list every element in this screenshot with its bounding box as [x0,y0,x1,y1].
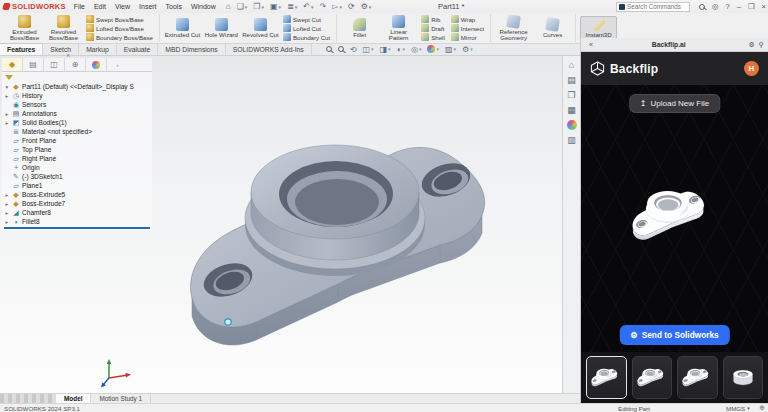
close-button[interactable]: × [762,2,766,11]
help-icon[interactable]: ? [726,2,730,11]
menu-insert[interactable]: Insert [139,3,157,10]
tree-item-solid-bodies[interactable]: ▸◩Solid Bodies(1) [2,118,152,127]
shell-button[interactable]: Shell [419,33,447,41]
tree-item-boss-extrude7[interactable]: ▸◆Boss-Extrude7 [2,199,152,208]
avatar[interactable]: H [744,61,759,76]
menu-view[interactable]: View [115,3,130,10]
tab-sketch[interactable]: Sketch [43,43,79,55]
reference-geometry-button[interactable]: Reference Geometry [495,14,532,43]
lofted-boss-base-button[interactable]: Lofted Boss/Base [84,24,155,32]
filter-icon[interactable] [5,75,13,80]
tree-item-fillet8[interactable]: ▸◗Fillet8 [2,217,152,226]
tree-item-3dsketch1[interactable]: ✎(-) 3DSketch1 [2,172,152,181]
edit-appearance-icon[interactable]: ▾ [427,45,439,53]
design-library-icon[interactable]: ▤ [567,75,576,85]
menu-tools[interactable]: Tools [166,3,182,10]
lofted-cut-button[interactable]: Lofted Cut [281,24,332,32]
thumbnail-view-4[interactable] [723,356,764,399]
wrap-button[interactable]: Wrap [449,15,486,23]
upload-new-file-button[interactable]: ↥ Upload New File [629,94,720,113]
tree-item-origin[interactable]: +Origin [2,163,152,172]
section-view-icon[interactable]: ◫▾ [362,45,373,54]
swept-boss-base-button[interactable]: Swept Boss/Base [84,15,155,23]
boundary-cut-button[interactable]: Boundary Cut [281,33,332,41]
open-icon[interactable]: ❐▾ [253,2,264,11]
tree-item-boss-extrude5[interactable]: ▸◆Boss-Extrude5 [2,190,152,199]
panel-settings-icon[interactable]: ⚙ [749,41,755,49]
thumbnail-view-1[interactable] [586,356,627,399]
tree-item-right-plane[interactable]: ▱Right Plane [2,154,152,163]
extruded-boss-base-button[interactable]: Extruded Boss/Base [6,14,43,43]
zoom-to-fit-icon[interactable] [326,46,332,52]
panel-pin-icon[interactable]: ⚲ [759,41,764,49]
menu-window[interactable]: Window [191,3,216,10]
apply-scene-icon[interactable]: ▨▾ [445,45,456,54]
tags-icon[interactable]: ⊕ [759,404,765,412]
manager-tabs-more-icon[interactable]: › [107,58,128,71]
search-input[interactable] [627,3,685,10]
tree-item-plane1[interactable]: ▱Plane1 [2,181,152,190]
search-commands-box[interactable] [616,2,690,12]
backflip-model-preview[interactable] [623,187,723,245]
mirror-button[interactable]: Mirror [449,33,486,41]
instant3d-button[interactable]: Instant3D [580,16,617,40]
view-orientation-icon[interactable]: ◨▾ [380,45,391,54]
rollback-bar[interactable] [4,227,150,229]
user-account-icon[interactable]: ◎ [712,2,719,11]
appearances-scenes-icon[interactable] [567,120,577,130]
select-icon[interactable]: ▻▾ [332,2,342,11]
display-style-icon[interactable]: ◐▾ [397,45,405,54]
options-icon[interactable]: ⚙▾ [361,2,372,11]
home-icon[interactable]: ⌂ [226,2,231,11]
rib-button[interactable]: Rib [419,15,447,23]
tree-item-sensors[interactable]: ◉Sensors [2,100,152,109]
curves-button[interactable]: Curves [534,17,571,39]
zoom-to-area-icon[interactable] [338,46,344,52]
previous-view-icon[interactable]: ⟲ [350,45,357,54]
units-selector[interactable]: MMGS▾ [726,405,750,412]
fillet-button[interactable]: Fillet [341,17,378,39]
tree-item-front-plane[interactable]: ▱Front Plane [2,136,152,145]
configurationmanager-tab[interactable]: ◫ [44,58,65,71]
menu-edit[interactable]: Edit [94,3,106,10]
undo-icon[interactable]: ↶▾ [303,2,313,11]
file-explorer-icon[interactable]: ❐ [567,90,575,100]
tree-collapse-icon[interactable]: ∧ [66,51,70,58]
tree-item-chamfer8[interactable]: ▸◢Chamfer8 [2,208,152,217]
thumbnail-view-2[interactable] [632,356,673,399]
save-icon[interactable]: ▣▾ [270,2,281,11]
tree-item-annotations[interactable]: ▸▤Annotations [2,109,152,118]
hide-show-items-icon[interactable]: ◎▾ [411,45,422,54]
custom-properties-icon[interactable]: ▥ [567,135,576,145]
propertymanager-tab[interactable]: ▤ [23,58,44,71]
backflip-3d-viewer[interactable]: ↥ Upload New File ⚙ Send to Soli [581,85,768,352]
tab-scroller[interactable] [0,394,56,403]
revolved-cut-button[interactable]: Revolved Cut [242,17,279,39]
send-to-solidworks-button[interactable]: ⚙ Send to Solidworks [619,325,729,345]
dimxpertmanager-tab[interactable]: ⊕ [65,58,86,71]
hole-wizard-button[interactable]: Hole Wizard [203,17,240,39]
menu-file[interactable]: File [74,3,85,10]
tab-markup[interactable]: Markup [79,43,117,55]
search-icon[interactable] [699,4,705,10]
intersect-button[interactable]: Intersect [449,24,486,32]
tree-item-history[interactable]: ▸◷History [2,91,152,100]
tab-solidworks-addins[interactable]: SOLIDWORKS Add-Ins [226,43,312,55]
print-icon[interactable]: ≣▾ [287,2,297,11]
view-palette-icon[interactable]: ▦ [567,105,576,115]
tree-root[interactable]: ▾ ◆ Part11 (Default) <<Default>_Display … [2,82,152,91]
rebuild-icon[interactable]: ⟳ [348,2,355,11]
tab-mbd-dimensions[interactable]: MBD Dimensions [158,43,226,55]
redo-icon[interactable]: ↷ [320,2,327,11]
maximize-button[interactable]: ❐ [748,2,755,11]
new-document-icon[interactable]: ❏▾ [237,2,248,11]
tab-features[interactable]: Features [0,43,43,55]
extruded-cut-button[interactable]: Extruded Cut [164,17,201,39]
boundary-boss-base-button[interactable]: Boundary Boss/Base [84,33,155,41]
revolved-boss-base-button[interactable]: Revolved Boss/Base [45,14,82,43]
tab-model[interactable]: Model [56,394,91,403]
linear-pattern-button[interactable]: Linear Pattern [380,14,417,43]
featuremanager-tab[interactable]: ◆ [2,58,23,71]
tab-motion-study-1[interactable]: Motion Study 1 [91,394,151,403]
view-settings-icon[interactable]: ⚙▾ [462,45,473,54]
